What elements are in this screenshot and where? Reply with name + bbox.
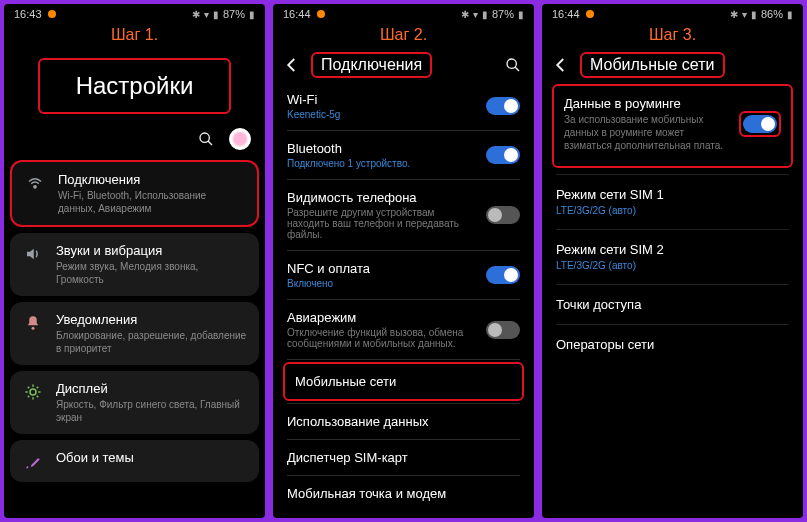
svg-line-9	[28, 387, 30, 389]
row-visibility[interactable]: Видимость телефона Разрешите другим устр…	[273, 180, 534, 250]
row-sim1-mode[interactable]: Режим сети SIM 1 LTE/3G/2G (авто)	[542, 175, 803, 229]
toggle-airplane[interactable]	[486, 321, 520, 339]
row-data-usage[interactable]: Использование данных	[273, 404, 534, 439]
settings-item-display[interactable]: Дисплей Яркость, Фильтр синего света, Гл…	[10, 371, 259, 434]
battery-text: 86%	[761, 8, 783, 20]
row-airplane[interactable]: Авиарежим Отключение функций вызова, обм…	[273, 300, 534, 359]
row-nfc[interactable]: NFC и оплата Включено	[273, 251, 534, 299]
svg-line-10	[37, 396, 39, 398]
nav-header: Мобильные сети	[542, 48, 803, 80]
row-operators[interactable]: Операторы сети	[542, 325, 803, 364]
status-time: 16:44	[283, 8, 311, 20]
sun-icon	[22, 381, 44, 403]
row-sub: LTE/3G/2G (авто)	[556, 259, 789, 272]
row-mobile-networks-box: Мобильные сети	[283, 362, 524, 401]
svg-point-4	[30, 389, 36, 395]
toggle-wifi[interactable]	[486, 97, 520, 115]
svg-point-13	[507, 59, 516, 68]
row-wifi[interactable]: Wi-Fi Keenetic-5g	[273, 82, 534, 130]
svg-point-3	[32, 327, 35, 330]
svg-line-1	[208, 141, 212, 145]
chevron-left-icon	[283, 56, 301, 74]
step-label: Шаг 2.	[273, 22, 534, 48]
wifi-icon	[24, 172, 46, 194]
back-button[interactable]	[548, 52, 574, 78]
signal-icon: ▮	[213, 9, 219, 20]
wifi-icon: ▾	[204, 9, 209, 20]
row-bluetooth[interactable]: Bluetooth Подключено 1 устройство.	[273, 131, 534, 179]
settings-item-sub: Режим звука, Мелодия звонка, Громкость	[56, 260, 247, 286]
row-apn[interactable]: Точки доступа	[542, 285, 803, 324]
brush-icon	[22, 450, 44, 472]
row-title: Точки доступа	[556, 297, 641, 312]
roaming-toggle-box	[739, 111, 781, 137]
settings-item-connections[interactable]: Подключения Wi-Fi, Bluetooth, Использова…	[10, 160, 259, 227]
sound-icon	[22, 243, 44, 265]
settings-item-notifications[interactable]: Уведомления Блокирование, разрешение, до…	[10, 302, 259, 365]
profile-avatar[interactable]	[229, 128, 251, 150]
wifi-icon: ▾	[742, 9, 747, 20]
battery-icon: ▮	[787, 9, 793, 20]
battery-text: 87%	[223, 8, 245, 20]
svg-line-11	[28, 396, 30, 398]
settings-item-sub: Яркость, Фильтр синего света, Главный эк…	[56, 398, 247, 424]
nav-title-box: Мобильные сети	[580, 52, 725, 78]
bluetooth-icon: ✱	[461, 9, 469, 20]
row-title: Мобильная точка и модем	[287, 486, 446, 501]
page-title: Настройки	[56, 72, 213, 100]
bluetooth-icon: ✱	[192, 9, 200, 20]
row-title: Режим сети SIM 1	[556, 187, 789, 202]
toggle-bluetooth[interactable]	[486, 146, 520, 164]
row-sub: Включено	[287, 278, 476, 289]
panel-step-3: 16:44 ✱ ▾ ▮ 86% ▮ Шаг 3. Мобильные сети …	[542, 4, 803, 518]
nav-title: Подключения	[321, 56, 422, 74]
row-roaming[interactable]: Данные в роуминге За использование мобил…	[558, 92, 787, 156]
row-title: Режим сети SIM 2	[556, 242, 789, 257]
settings-item-title: Уведомления	[56, 312, 247, 327]
bell-icon	[22, 312, 44, 334]
step-label: Шаг 3.	[542, 22, 803, 48]
settings-title-box: Настройки	[38, 58, 231, 114]
status-bar: 16:44 ✱ ▾ ▮ 87% ▮	[273, 4, 534, 22]
row-sub: Отключение функций вызова, обмена сообще…	[287, 327, 476, 349]
recording-dot-icon	[586, 10, 594, 18]
search-button[interactable]	[502, 54, 524, 76]
status-bar: 16:43 ✱ ▾ ▮ 87% ▮	[4, 4, 265, 22]
settings-item-sub: Wi-Fi, Bluetooth, Использование данных, …	[58, 189, 245, 215]
nav-title: Мобильные сети	[590, 56, 715, 74]
svg-line-14	[515, 67, 519, 71]
status-time: 16:44	[552, 8, 580, 20]
settings-item-themes[interactable]: Обои и темы	[10, 440, 259, 482]
settings-item-title: Подключения	[58, 172, 245, 187]
chevron-left-icon	[552, 56, 570, 74]
toggle-visibility[interactable]	[486, 206, 520, 224]
settings-item-sounds[interactable]: Звуки и вибрация Режим звука, Мелодия зв…	[10, 233, 259, 296]
row-sub: LTE/3G/2G (авто)	[556, 204, 789, 217]
battery-icon: ▮	[518, 9, 524, 20]
row-title: Операторы сети	[556, 337, 654, 352]
status-bar: 16:44 ✱ ▾ ▮ 86% ▮	[542, 4, 803, 22]
recording-dot-icon	[48, 10, 56, 18]
settings-item-title: Звуки и вибрация	[56, 243, 247, 258]
status-time: 16:43	[14, 8, 42, 20]
settings-item-title: Обои и темы	[56, 450, 134, 465]
toggle-roaming[interactable]	[743, 115, 777, 133]
row-title: Диспетчер SIM-карт	[287, 450, 408, 465]
row-sim-manager[interactable]: Диспетчер SIM-карт	[273, 440, 534, 475]
row-sub: Keenetic-5g	[287, 109, 476, 120]
row-title: Wi-Fi	[287, 92, 476, 107]
settings-item-sub: Блокирование, разрешение, добавление в п…	[56, 329, 247, 355]
row-mobile-networks[interactable]: Мобильные сети	[289, 368, 518, 395]
settings-item-title: Дисплей	[56, 381, 247, 396]
row-sub: Подключено 1 устройство.	[287, 158, 476, 169]
search-button[interactable]	[195, 128, 217, 150]
row-sim2-mode[interactable]: Режим сети SIM 2 LTE/3G/2G (авто)	[542, 230, 803, 284]
back-button[interactable]	[279, 52, 305, 78]
step-label: Шаг 1.	[4, 22, 265, 48]
battery-icon: ▮	[249, 9, 255, 20]
toggle-nfc[interactable]	[486, 266, 520, 284]
panel-step-1: 16:43 ✱ ▾ ▮ 87% ▮ Шаг 1. Настройки Подкл…	[4, 4, 265, 518]
row-hotspot[interactable]: Мобильная точка и модем	[273, 476, 534, 511]
row-title: Мобильные сети	[295, 374, 396, 389]
panel-step-2: 16:44 ✱ ▾ ▮ 87% ▮ Шаг 2. Подключения Wi-…	[273, 4, 534, 518]
